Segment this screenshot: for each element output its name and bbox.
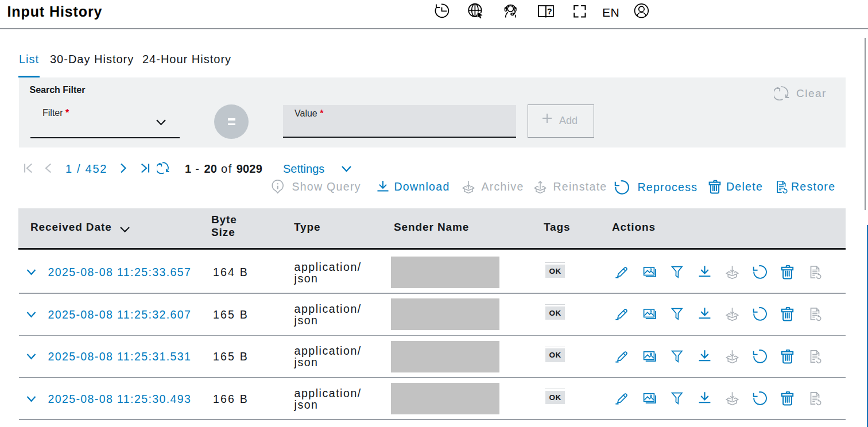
svg-text:?: ? — [547, 7, 552, 16]
